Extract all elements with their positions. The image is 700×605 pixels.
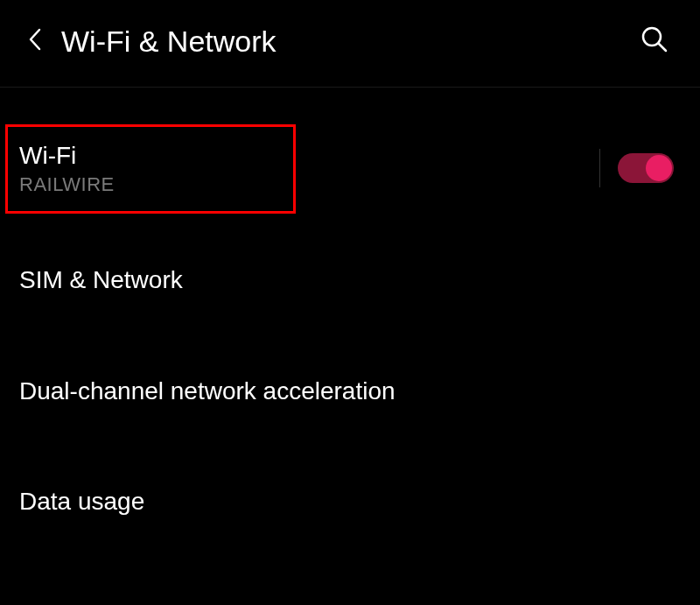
wifi-toggle[interactable] — [618, 153, 674, 183]
back-button[interactable] — [18, 24, 52, 59]
item-text: Dual-channel network acceleration — [19, 376, 674, 407]
chevron-left-icon — [27, 27, 43, 55]
page-title: Wi-Fi & Network — [61, 25, 635, 59]
search-button[interactable] — [635, 22, 674, 60]
settings-item-dual-channel[interactable]: Dual-channel network acceleration — [0, 376, 700, 407]
settings-item-data-usage[interactable]: Data usage — [0, 486, 700, 517]
item-text: Data usage — [19, 486, 674, 517]
toggle-thumb — [646, 155, 672, 181]
settings-item-sim-network[interactable]: SIM & Network — [0, 264, 700, 296]
search-icon — [640, 25, 668, 57]
item-text: SIM & Network — [19, 264, 674, 296]
item-title: Data usage — [19, 486, 674, 517]
item-text: Wi-Fi RAILWIRE — [19, 140, 599, 196]
svg-point-0 — [643, 28, 661, 46]
header-bar: Wi-Fi & Network — [0, 0, 700, 88]
settings-item-wifi[interactable]: Wi-Fi RAILWIRE — [0, 140, 700, 196]
item-subtitle: RAILWIRE — [19, 173, 599, 196]
item-title: Dual-channel network acceleration — [19, 376, 674, 407]
svg-line-1 — [659, 44, 666, 51]
settings-list: Wi-Fi RAILWIRE SIM & Network Dual-channe… — [0, 88, 700, 518]
vertical-divider — [599, 149, 600, 187]
item-title: Wi-Fi — [19, 140, 599, 172]
item-title: SIM & Network — [19, 264, 674, 296]
item-controls — [599, 149, 674, 187]
